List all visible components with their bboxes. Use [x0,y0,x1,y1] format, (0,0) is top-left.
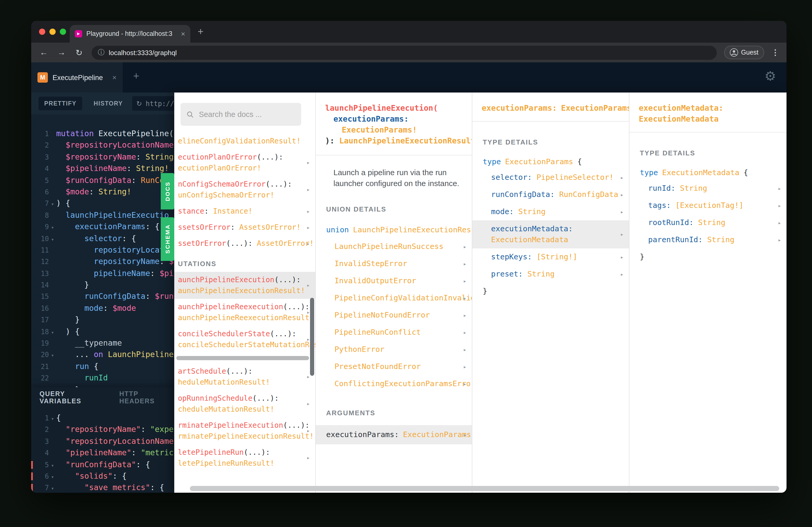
type-field[interactable]: executionMetadata:ExecutionMetadata▸ [472,220,629,249]
search-icon [187,110,194,118]
browser-tab[interactable]: ▶ Playground - http://localhost:3 × [70,25,190,43]
type-field[interactable]: stepKeys: [String!]▸ [472,249,629,266]
type-field[interactable]: mode: String▸ [472,203,629,220]
union-member[interactable]: PipelineNotFoundError▸ [316,307,472,324]
tab-query-variables[interactable]: QUERY VARIABLES [40,390,107,405]
type-name: ExecutionParams [505,157,573,166]
playground-tab-close-icon[interactable]: × [112,73,117,81]
schema-side-tab[interactable]: SCHEMA [161,217,174,261]
docs-horizontal-scrollbar[interactable] [190,486,779,491]
fold-caret-icon[interactable]: ▾ [49,413,56,425]
docs-item[interactable]: rminatePipelineExecution(...):rminatePip… [174,417,315,445]
field-name: executionMetadata: [639,103,723,113]
fold-caret-icon[interactable]: ▾ [49,234,56,245]
docs-item[interactable]: concileSchedulerState(...):concileSchedu… [174,326,315,353]
fold-caret-icon[interactable]: ▾ [49,471,56,483]
expand-arrow-icon: ▸ [620,172,624,183]
docs-item[interactable]: nConfigSchemaOrError(...):unConfigSchema… [174,176,315,203]
code-line: 23 } [31,384,174,387]
union-member[interactable]: ConflictingExecutionParamsError▸ [316,375,472,392]
docs-item[interactable]: ssetOrError(...): AssetOrError!▸ [174,236,315,252]
type-field-list: runId: String▸tags: [ExecutionTag!]▸root… [629,177,786,249]
expand-arrow-icon: ▸ [620,189,624,200]
docs-item[interactable]: letePipelineRun(...):letePipelineRunResu… [174,445,315,471]
union-member[interactable]: InvalidStepError▸ [316,255,472,272]
minimize-window-button[interactable] [49,29,56,35]
endpoint-url-input[interactable]: ↻ http://loc [132,96,174,111]
code-line: 8 launchPipelineExecutio [31,209,174,221]
variables-editor[interactable]: 1▾{2 "repositoryName": "exper3 "reposito… [31,408,174,493]
docs-side-tab[interactable]: DOCS [161,173,174,209]
playground-tab[interactable]: M ExecutePipeline × [31,62,123,92]
docs-search[interactable] [180,103,301,126]
add-playground-tab-button[interactable]: + [133,70,139,82]
type-field[interactable]: tags: [ExecutionTag!]▸ [629,197,786,214]
page-info-icon[interactable]: ⓘ [98,48,104,57]
error-marker-icon [31,461,33,468]
code-line: 20▾ ... on LaunchPipelineR [31,349,174,361]
profile-button[interactable]: Guest [724,46,764,59]
docs-item[interactable]: opRunningSchedule(...):cheduleMutationRe… [174,390,315,417]
horizontal-scrollbar[interactable] [176,356,309,360]
docs-item[interactable]: aunchPipelineExecution(...):aunchPipelin… [174,272,315,299]
history-button[interactable]: HISTORY [93,100,123,107]
type-field[interactable]: rootRunId: String▸ [629,214,786,231]
browser-menu-button[interactable]: ⋮ [771,48,779,57]
variables-pane: QUERY VARIABLES HTTP HEADERS 1▾{2 "repos… [31,387,174,493]
docs-item[interactable]: artSchedule(...):heduleMutationResult!▸ [174,363,315,390]
expand-arrow-icon: ▸ [307,222,310,233]
prettify-button[interactable]: PRETTIFY [39,97,82,110]
docs-item[interactable]: elineConfigValidationResult! [174,133,315,149]
playground-tab-bar: M ExecutePipeline × + ⚙ [31,62,786,92]
docs-search-input[interactable] [199,110,295,119]
union-member[interactable]: PythonError▸ [316,341,472,358]
union-member[interactable]: PipelineRunConflict▸ [316,324,472,341]
union-member[interactable]: LaunchPipelineRunSuccess▸ [316,238,472,255]
fold-caret-icon[interactable]: ▾ [49,222,56,234]
type-field[interactable]: preset: String▸ [472,266,629,283]
fold-caret-icon[interactable]: ▾ [49,327,56,338]
expand-arrow-icon: ▸ [307,238,310,249]
argument-item[interactable]: executionParams:ExecutionParams! ▸ [316,425,472,445]
back-button[interactable]: ← [39,48,49,57]
docs-item[interactable]: ecutionPlanOrError(...):ecutionPlanOrErr… [174,149,315,176]
expand-arrow-icon: ▸ [620,252,624,262]
tab-http-headers[interactable]: HTTP HEADERS [119,390,174,405]
close-brace: } [629,249,786,261]
forward-button[interactable]: → [56,48,67,57]
field-signature: launchPipelineExecution( executionParams… [316,92,472,155]
union-keyword: union [326,226,349,234]
settings-gear-icon[interactable]: ⚙ [764,69,776,84]
url-bar[interactable]: ⓘ localhost:3333/graphql [91,45,716,60]
docs-item[interactable]: ssetsOrError: AssetsOrError!▸ [174,219,315,236]
expand-arrow-icon: ▸ [463,241,467,252]
fold-caret-icon[interactable]: ▾ [49,199,56,210]
type-field[interactable]: runConfigData: RunConfigData▸ [472,186,629,203]
tab-close-icon[interactable]: × [181,30,185,38]
docs-item[interactable]: stance: Instance!▸ [174,203,315,219]
code-line: 2 "repositoryName": "exper [31,424,174,436]
type-field[interactable]: runId: String▸ [629,180,786,197]
close-window-button[interactable] [39,29,45,35]
arg-type: ExecutionParams! [561,103,629,113]
query-editor[interactable]: 1mutation ExecutePipeline(2 $repositoryL… [31,114,174,387]
code-line: 7▾) { [31,198,174,209]
fold-caret-icon[interactable]: ▾ [49,483,56,493]
type-field[interactable]: parentRunId: String▸ [629,231,786,249]
code-line: 2 $repositoryLocationName: [31,139,174,151]
union-member[interactable]: PipelineConfigValidationInvalid▸ [316,289,472,307]
code-line: 6▾ "solids": { [31,470,174,482]
fold-caret-icon[interactable]: ▾ [49,350,56,362]
union-member[interactable]: PresetNotFoundError▸ [316,358,472,375]
docs-item[interactable]: aunchPipelineReexecution(...):aunchPipel… [174,299,315,326]
reload-button[interactable]: ↻ [74,48,84,57]
type-field[interactable]: selector: PipelineSelector!▸ [472,169,629,186]
zoom-window-button[interactable] [60,29,66,35]
new-tab-button[interactable]: + [198,26,203,37]
union-details-header: UNION DETAILS [316,189,472,213]
union-member[interactable]: InvalidOutputError▸ [316,272,472,289]
fold-caret-icon[interactable]: ▾ [49,460,56,471]
vertical-scrollbar[interactable] [310,298,314,376]
docs-section-header: UTATIONS [174,252,315,272]
argument-type: ExecutionParams! [342,125,417,135]
